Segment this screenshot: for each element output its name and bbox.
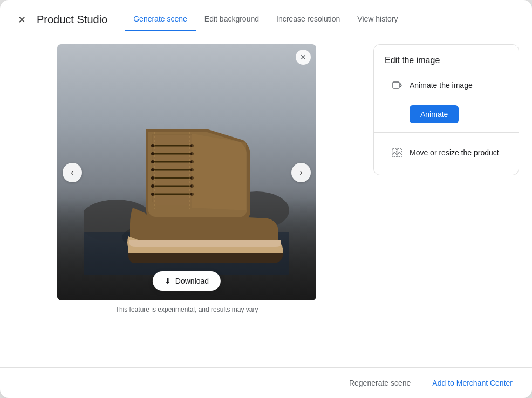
download-button[interactable]: ⬇ Download [153,271,221,291]
add-to-merchant-center-button[interactable]: Add to Merchant Center [426,374,519,392]
animate-option-label: Animate the image [410,81,473,90]
svg-rect-27 [398,148,401,152]
regenerate-scene-button[interactable]: Regenerate scene [343,374,417,392]
download-label: Download [175,277,209,285]
footer: Regenerate scene Add to Merchant Center [0,367,532,398]
main-content: ✕ ‹ › ⬇ Download This feature is experim… [0,31,532,367]
edit-panel-title: Edit the image [385,56,508,65]
image-section: ✕ ‹ › ⬇ Download This feature is experim… [13,44,360,354]
image-container: ✕ ‹ › ⬇ Download [57,44,316,300]
svg-rect-26 [393,148,397,152]
move-resize-icon [391,147,403,159]
tabs-nav: Generate scene Edit background Increase … [125,9,406,31]
svg-point-23 [151,193,154,196]
divider [374,132,519,133]
close-icon: ✕ [18,14,26,26]
svg-point-17 [151,168,154,171]
svg-point-19 [151,176,154,180]
animate-option[interactable]: Animate the image [385,74,508,97]
close-image-button[interactable]: ✕ [296,50,311,65]
tab-increase-resolution[interactable]: Increase resolution [268,9,349,31]
svg-point-21 [151,184,154,188]
download-icon: ⬇ [165,277,171,285]
tab-edit-background[interactable]: Edit background [196,9,268,31]
move-resize-option[interactable]: Move or resize the product [385,141,508,164]
svg-rect-28 [393,153,397,157]
animate-icon [391,79,403,91]
close-image-icon: ✕ [300,53,306,61]
edit-panel: Edit the image Animate the image Animate [373,44,519,175]
move-resize-option-label: Move or resize the product [410,148,499,157]
tab-generate-scene[interactable]: Generate scene [125,9,196,31]
disclaimer-text: This feature is experimental, and result… [115,306,258,313]
svg-rect-25 [393,82,399,88]
next-icon: › [299,168,302,177]
svg-point-11 [151,144,154,147]
header: ✕ Product Studio Generate scene Edit bac… [0,0,532,31]
svg-rect-29 [398,153,401,157]
close-button[interactable]: ✕ [13,11,30,29]
window-title: Product Studio [37,13,107,26]
prev-icon: ‹ [71,168,73,177]
product-studio-window: ✕ Product Studio Generate scene Edit bac… [0,0,532,398]
animate-button[interactable]: Animate [410,105,459,123]
boot-svg [84,70,289,275]
boot-image-wrapper [57,44,316,300]
next-image-button[interactable]: › [291,163,311,182]
svg-point-13 [151,152,154,155]
svg-point-15 [151,160,154,163]
tab-view-history[interactable]: View history [349,9,406,31]
prev-image-button[interactable]: ‹ [63,163,82,182]
